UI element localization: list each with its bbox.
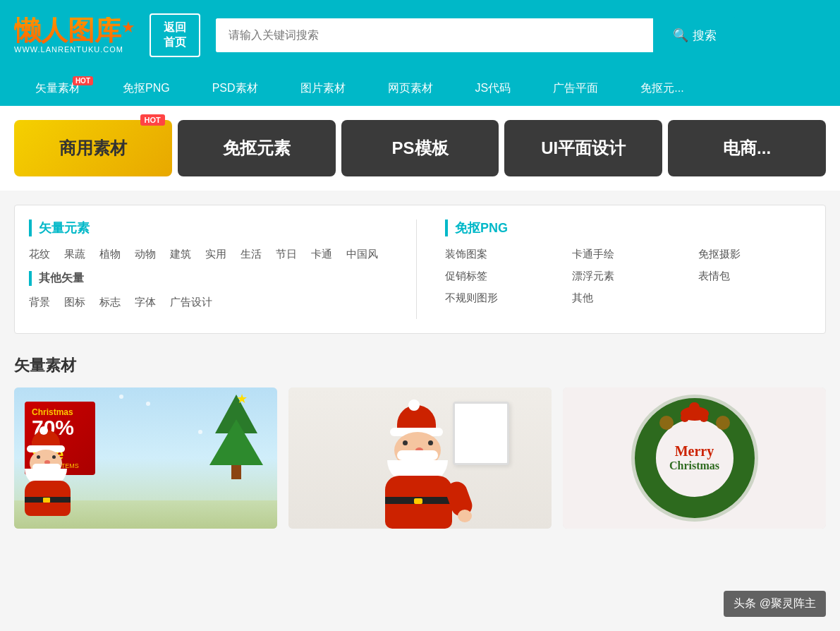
nav-label-psd: PSD素材: [212, 81, 258, 96]
cat-btn-ps[interactable]: PS模板: [341, 120, 499, 176]
tag-katong[interactable]: 卡通: [311, 248, 332, 261]
cat-btn-ecommerce[interactable]: 电商...: [668, 120, 826, 176]
tag-zhongguofeng[interactable]: 中国风: [346, 248, 378, 261]
search-button-label: 搜索: [693, 28, 717, 44]
other-vector-title: 其他矢量: [29, 271, 395, 286]
tag-huawen[interactable]: 花纹: [29, 248, 50, 261]
nav-item-psd[interactable]: PSD素材: [191, 71, 279, 106]
tag-ziti[interactable]: 字体: [135, 296, 156, 309]
nav-item-ad[interactable]: 广告平面: [532, 71, 619, 106]
png-tag-cartoon[interactable]: 卡通手绘: [572, 248, 685, 261]
cat-hot-badge: HOT: [140, 114, 165, 126]
materials-grid: ★ Christmas 70% OFF Sale FOR ALL ITEMS: [14, 387, 826, 529]
nav-item-cutout[interactable]: 免抠元...: [619, 71, 705, 106]
dropdown-left: 矢量元素 花纹 果蔬 植物 动物 建筑 实用 生活 节日 卡通 中国风 其他矢量…: [29, 220, 417, 319]
tag-jieri[interactable]: 节日: [276, 248, 297, 261]
nav-label-ad: 广告平面: [553, 81, 598, 96]
cat-btn-cutout[interactable]: 免抠元素: [178, 120, 336, 176]
tag-jianzhu[interactable]: 建筑: [170, 248, 191, 261]
material-card-2[interactable]: [288, 387, 552, 529]
tag-shenghuo[interactable]: 生活: [241, 248, 262, 261]
cat-label-ps: PS模板: [391, 137, 448, 160]
tag-beijing[interactable]: 背景: [29, 296, 50, 309]
vector-tags-row: 花纹 果蔬 植物 动物 建筑 实用 生活 节日 卡通 中国风: [29, 248, 395, 261]
nav-item-png[interactable]: 免抠PNG: [102, 71, 191, 106]
dropdown-right: 免抠PNG 装饰图案 卡通手绘 免抠摄影 促销标签 漂浮元素 表情包 不规则图形…: [438, 220, 811, 319]
png-tag-irregular[interactable]: 不规则图形: [445, 292, 558, 305]
nav-label-image: 图片素材: [300, 81, 346, 96]
other-tags-row: 背景 图标 标志 字体 广告设计: [29, 296, 395, 309]
png-section-title: 免抠PNG: [445, 220, 811, 236]
nav-label-js: JS代码: [475, 81, 511, 96]
png-tag-other[interactable]: 其他: [572, 292, 685, 305]
search-button[interactable]: 🔍 搜索: [653, 17, 736, 54]
dropdown-section: 矢量元素 花纹 果蔬 植物 动物 建筑 实用 生活 节日 卡通 中国风 其他矢量…: [14, 205, 826, 334]
nav-item-web[interactable]: 网页素材: [367, 71, 454, 106]
tag-tubiao[interactable]: 图标: [64, 296, 85, 309]
search-icon: 🔍: [673, 28, 688, 43]
nav-item-image[interactable]: 图片素材: [279, 71, 367, 106]
nav-item-vector[interactable]: 矢量素材 HOT: [14, 71, 102, 106]
cat-label-ecommerce: 电商...: [723, 137, 771, 160]
png-tag-promo[interactable]: 促销标签: [445, 270, 558, 283]
material-card-3[interactable]: Merry Christmas: [563, 387, 826, 529]
merry-text: Merry: [669, 443, 719, 459]
category-banner: 商用素材 HOT 免抠元素 PS模板 UI平面设计 电商...: [0, 106, 840, 191]
tag-zhiwu[interactable]: 植物: [99, 248, 121, 261]
png-tag-emoji[interactable]: 表情包: [698, 270, 811, 283]
png-tag-float[interactable]: 漂浮元素: [572, 270, 685, 283]
hot-badge-vector: HOT: [73, 76, 93, 85]
back-home-button[interactable]: 返回 首页: [150, 13, 200, 57]
tag-gushu[interactable]: 果蔬: [64, 248, 85, 261]
materials-title: 矢量素材: [14, 355, 826, 376]
cat-label-commercial: 商用素材: [59, 137, 127, 160]
tag-dongwu[interactable]: 动物: [135, 248, 156, 261]
png-tag-photo[interactable]: 免抠摄影: [698, 248, 811, 261]
cat-label-ui: UI平面设计: [541, 137, 626, 160]
header: 懒人图库 ★ WWW.LANRENTUKU.COM 返回 首页 🔍 搜索: [0, 0, 840, 71]
tag-shiyong[interactable]: 实用: [205, 248, 226, 261]
tag-biaozhi[interactable]: 标志: [99, 296, 121, 309]
navbar: 矢量素材 HOT 免抠PNG PSD素材 图片素材 网页素材 JS代码 广告平面…: [0, 71, 840, 106]
logo-chinese-text: 懒人图库: [14, 17, 121, 44]
tag-guanggao[interactable]: 广告设计: [170, 296, 212, 309]
christmas-text: Christmas: [669, 459, 719, 472]
search-bar: 🔍 搜索: [214, 17, 736, 54]
material-card-1[interactable]: ★ Christmas 70% OFF Sale FOR ALL ITEMS: [14, 387, 277, 529]
nav-label-web: 网页素材: [388, 81, 433, 96]
logo-star: ★: [121, 18, 135, 37]
cat-btn-commercial[interactable]: 商用素材 HOT: [14, 120, 172, 176]
nav-item-js[interactable]: JS代码: [454, 71, 532, 106]
vector-section-title: 矢量元素: [29, 220, 395, 236]
logo-url: WWW.LANRENTUKU.COM: [14, 45, 123, 54]
cat-label-cutout: 免抠元素: [223, 137, 291, 160]
logo[interactable]: 懒人图库 ★ WWW.LANRENTUKU.COM: [14, 17, 135, 54]
nav-label-cutout: 免抠元...: [640, 81, 683, 96]
cat-btn-ui[interactable]: UI平面设计: [504, 120, 662, 176]
materials-section: 矢量素材: [0, 348, 840, 543]
nav-label-png: 免抠PNG: [123, 81, 170, 96]
png-tag-decoration[interactable]: 装饰图案: [445, 248, 558, 261]
png-tags-grid: 装饰图案 卡通手绘 免抠摄影 促销标签 漂浮元素 表情包 不规则图形 其他: [445, 248, 811, 305]
search-input[interactable]: [214, 17, 653, 54]
